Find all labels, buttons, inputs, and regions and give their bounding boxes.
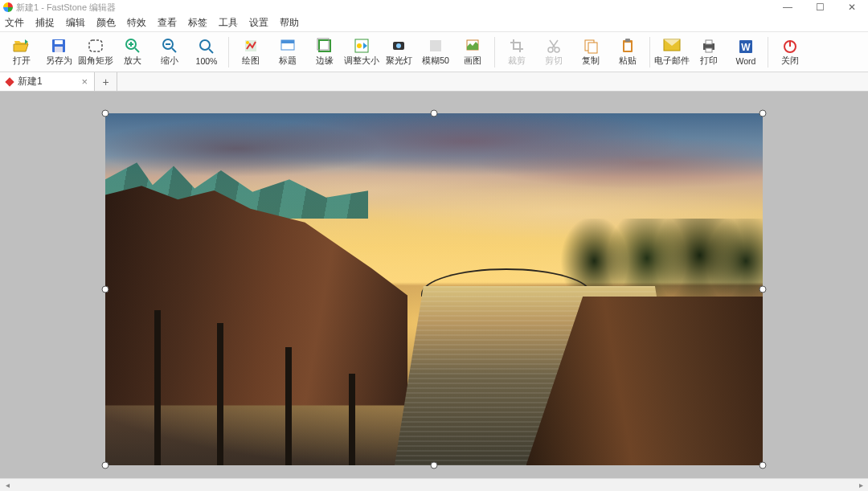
image-selection-frame[interactable] [105, 113, 763, 465]
handle-n[interactable] [431, 110, 438, 117]
roundrect-button[interactable]: 圆角矩形 [77, 34, 114, 71]
zoom-out-icon [161, 37, 178, 55]
spotlight-icon [390, 37, 407, 55]
handle-ne[interactable] [760, 110, 767, 117]
paste-button[interactable]: 粘贴 [609, 34, 646, 71]
menu-view[interactable]: 查看 [158, 16, 177, 30]
crop-icon [508, 37, 526, 55]
cut-button: 剪切 [535, 34, 572, 71]
handle-se[interactable] [760, 462, 767, 469]
copy-button[interactable]: 复制 [572, 34, 609, 71]
close-button[interactable]: 关闭 [772, 34, 809, 71]
copy-icon [582, 37, 600, 55]
svg-point-13 [246, 41, 249, 44]
maximize-button[interactable]: ☐ [804, 0, 836, 14]
minimize-button[interactable]: — [772, 0, 804, 14]
open-button[interactable]: 打开 [3, 34, 40, 71]
word-button[interactable]: WWord [727, 34, 764, 71]
crop-label: 裁剪 [508, 55, 526, 67]
window-title: 新建1 - FastStone 编辑器 [16, 2, 116, 14]
power-icon [781, 37, 799, 55]
modified-indicator-icon [5, 77, 14, 86]
menu-capture[interactable]: 捕捉 [35, 16, 55, 30]
canvas-button[interactable]: 画图 [454, 34, 491, 71]
draw-icon [242, 37, 260, 55]
svg-rect-31 [625, 39, 630, 42]
tab-new1[interactable]: 新建1 × [0, 72, 95, 91]
zoomin-button[interactable]: 放大 [114, 34, 151, 71]
handle-s[interactable] [431, 462, 438, 469]
menu-tools[interactable]: 工具 [219, 16, 238, 30]
scroll-left-icon[interactable]: ◂ [2, 481, 13, 489]
menu-tags[interactable]: 标签 [188, 16, 207, 30]
menu-edit[interactable]: 编辑 [66, 16, 85, 30]
svg-point-19 [357, 43, 362, 48]
menu-effects[interactable]: 特效 [127, 16, 146, 30]
spotlight-button[interactable]: 聚光灯 [380, 34, 417, 71]
scroll-right-icon[interactable]: ▸ [855, 481, 866, 489]
svg-line-5 [135, 48, 139, 52]
toolbar-separator [494, 37, 495, 68]
print-button[interactable]: 打印 [690, 34, 727, 71]
toolbar-separator [768, 37, 768, 68]
word-label: Word [736, 56, 756, 66]
zoomout-button[interactable]: 缩小 [151, 34, 188, 71]
blur50-button[interactable]: 模糊50 [417, 34, 454, 71]
tab-close-icon[interactable]: × [81, 76, 88, 88]
toolbar-separator [649, 37, 650, 68]
cut-icon [545, 37, 563, 55]
menu-settings[interactable]: 设置 [249, 16, 268, 30]
rounded-rect-icon [87, 37, 104, 55]
email-button[interactable]: 电子邮件 [653, 34, 690, 71]
zoom100-button[interactable]: 100% [188, 34, 225, 71]
menu-file[interactable]: 文件 [5, 16, 24, 30]
resize-icon [353, 37, 371, 55]
word-icon: W [737, 38, 755, 55]
open-label: 打开 [13, 55, 31, 67]
handle-e[interactable] [760, 286, 767, 293]
handle-w[interactable] [102, 286, 109, 293]
caption-label: 标题 [279, 55, 297, 67]
spotlight-label: 聚光灯 [386, 55, 412, 67]
blur-icon [427, 37, 444, 55]
window-controls: — ☐ ✕ [772, 0, 868, 14]
toolbar: 打开另存为圆角矩形放大缩小100%绘图标题边缘调整大小聚光灯模糊50画图裁剪剪切… [0, 32, 868, 72]
caption-icon [279, 37, 297, 55]
copy-label: 复制 [582, 55, 600, 67]
menu-color[interactable]: 颜色 [96, 16, 116, 30]
roundrect-label: 圆角矩形 [78, 55, 113, 67]
canvas-label: 画图 [464, 55, 481, 67]
zoomin-label: 放大 [124, 55, 141, 67]
menubar: 文件 捕捉 编辑 颜色 特效 查看 标签 工具 设置 帮助 [0, 14, 868, 32]
handle-sw[interactable] [102, 462, 109, 469]
print-icon [700, 37, 718, 55]
close-window-button[interactable]: ✕ [836, 0, 868, 14]
svg-rect-15 [281, 40, 294, 43]
canvas-image[interactable] [105, 113, 763, 465]
svg-point-11 [200, 40, 210, 50]
saveas-label: 另存为 [46, 55, 72, 67]
svg-rect-22 [430, 40, 441, 51]
edge-button[interactable]: 边缘 [306, 34, 343, 71]
svg-rect-3 [89, 40, 102, 51]
workspace[interactable] [0, 92, 868, 478]
add-tab-button[interactable]: + [95, 72, 117, 91]
svg-rect-1 [55, 40, 63, 44]
resize-button[interactable]: 调整大小 [343, 34, 380, 71]
email-label: 电子邮件 [654, 55, 690, 67]
handle-nw[interactable] [102, 110, 109, 117]
cut-label: 剪切 [545, 55, 563, 67]
menu-help[interactable]: 帮助 [280, 16, 299, 30]
app-icon [3, 2, 13, 12]
svg-rect-35 [706, 48, 712, 52]
blur50-label: 模糊50 [422, 55, 449, 67]
caption-button[interactable]: 标题 [269, 34, 306, 71]
saveas-button[interactable]: 另存为 [40, 34, 77, 71]
svg-rect-2 [55, 47, 63, 52]
draw-button[interactable]: 绘图 [232, 34, 269, 71]
svg-line-9 [172, 48, 176, 52]
horizontal-scrollbar[interactable]: ◂ ▸ [0, 478, 868, 491]
toolbar-separator [228, 37, 229, 68]
zoom-in-icon [124, 37, 141, 55]
svg-text:W: W [741, 42, 751, 53]
